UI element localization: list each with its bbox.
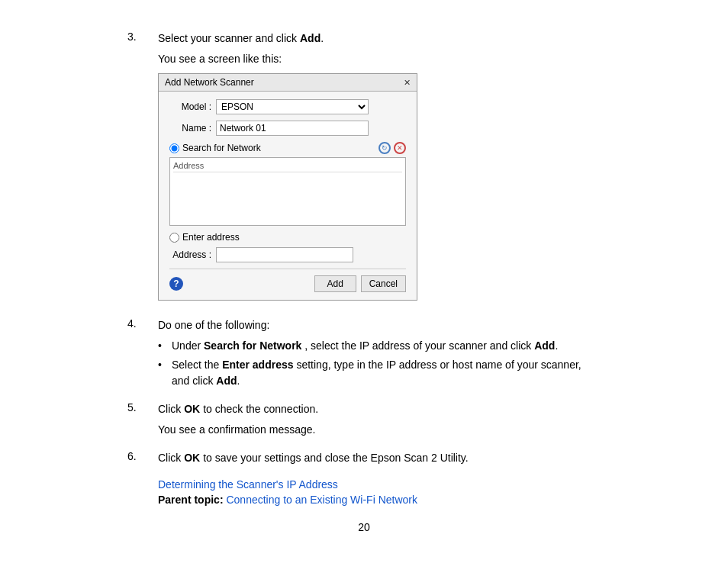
step-3-subtext: You see a screen like this: <box>158 51 601 67</box>
address-table: Address <box>169 157 406 226</box>
step-6-suffix-text: to save your settings and close the Epso… <box>203 452 469 464</box>
bullet-dot-2: • <box>158 357 169 373</box>
enter-address-radio[interactable] <box>169 233 179 243</box>
name-row: Name : <box>169 121 406 136</box>
cancel-button[interactable]: Cancel <box>361 275 406 292</box>
address-input-row: Address : <box>169 247 406 262</box>
step-6-prefix: Click <box>158 452 181 464</box>
search-network-label[interactable]: Search for Network <box>169 143 261 153</box>
step-4-content: Do one of the following: • Under Search … <box>158 317 601 394</box>
step-6-bold: OK <box>184 452 200 464</box>
step-4: 4. Do one of the following: • Under Sear… <box>127 317 601 394</box>
step-6-number: 6. <box>127 450 158 462</box>
enter-address-label[interactable]: Enter address <box>169 232 406 243</box>
bullet-2-bold2: Add <box>216 375 237 387</box>
step-5-prefix: Click <box>158 403 181 415</box>
bullet-2-prefix: Select the <box>172 359 219 371</box>
parent-topic-label: Parent topic: <box>158 494 224 506</box>
step-5-subtext: You see a confirmation message. <box>158 422 601 438</box>
bullet-dot-1: • <box>158 338 169 354</box>
name-input[interactable] <box>216 121 369 136</box>
step-5-number: 5. <box>127 401 158 413</box>
step-3-number: 3. <box>127 31 158 43</box>
bullet-2-suffix2: . <box>237 375 240 387</box>
bullet-2-text: Select the Enter address setting, type i… <box>172 357 601 389</box>
address-input[interactable] <box>216 247 353 262</box>
model-select[interactable]: EPSON <box>216 99 369 114</box>
step-5-text: Click OK to check the connection. <box>158 401 601 417</box>
step-3-intro: Select your scanner and click <box>158 32 297 44</box>
step-5-bold: OK <box>184 403 200 415</box>
dialog-footer: ? Add Cancel <box>169 269 406 292</box>
search-network-row: Search for Network ↻ ✕ <box>169 142 406 154</box>
bullet-2-bold: Enter address <box>222 359 293 371</box>
step-4-text: Do one of the following: <box>158 317 601 333</box>
step-4-number: 4. <box>127 317 158 330</box>
add-button[interactable]: Add <box>314 275 356 292</box>
links-section: Determining the Scanner's IP Address Par… <box>158 478 601 506</box>
search-network-radio[interactable] <box>169 143 179 153</box>
bullet-1: • Under Search for Network , select the … <box>158 338 601 354</box>
search-icons: ↻ ✕ <box>378 142 406 154</box>
step-6-content: Click OK to save your settings and close… <box>158 450 601 471</box>
step-5-content: Click OK to check the connection. You se… <box>158 401 601 442</box>
determining-link[interactable]: Determining the Scanner's IP Address <box>158 478 601 491</box>
dialog-title: Add Network Scanner <box>165 77 254 88</box>
refresh-icon[interactable]: ↻ <box>378 142 391 154</box>
bullet-1-suffix: , select the IP address of your scanner … <box>304 339 531 352</box>
step-5: 5. Click OK to check the connection. You… <box>127 401 601 442</box>
parent-topic-link[interactable]: Connecting to an Existing Wi-Fi Network <box>226 494 417 506</box>
dialog-body: Model : EPSON Name : <box>159 92 417 300</box>
bullet-1-prefix: Under <box>172 339 201 352</box>
footer-buttons: Add Cancel <box>314 275 406 292</box>
step-6-text: Click OK to save your settings and close… <box>158 450 601 466</box>
step-5-suffix-text: to check the connection. <box>203 403 318 415</box>
bullet-1-suffix2: . <box>555 339 558 352</box>
bullet-1-text: Under Search for Network , select the IP… <box>172 338 558 354</box>
bullet-list: • Under Search for Network , select the … <box>158 338 601 389</box>
stop-icon[interactable]: ✕ <box>394 142 406 154</box>
step-3: 3. Select your scanner and click Add. Yo… <box>127 31 601 310</box>
dialog-screenshot: Add Network Scanner ✕ Model : EPSON Name… <box>158 73 417 301</box>
parent-topic-line: Parent topic: Connecting to an Existing … <box>158 494 601 506</box>
model-row: Model : EPSON <box>169 99 406 114</box>
page-number: 20 <box>127 521 601 533</box>
name-label: Name : <box>169 123 211 134</box>
bullet-1-bold: Search for Network <box>204 339 301 352</box>
step-3-suffix: . <box>321 32 324 44</box>
address-column-header: Address <box>173 161 402 172</box>
help-icon[interactable]: ? <box>169 277 183 291</box>
step-3-text: Select your scanner and click Add. <box>158 31 601 47</box>
address-label: Address : <box>169 249 211 260</box>
dialog-titlebar: Add Network Scanner ✕ <box>159 74 417 92</box>
page-container: 3. Select your scanner and click Add. Yo… <box>97 15 631 549</box>
bullet-1-bold2: Add <box>534 339 555 352</box>
bullet-2: • Select the Enter address setting, type… <box>158 357 601 389</box>
step-3-content: Select your scanner and click Add. You s… <box>158 31 601 310</box>
model-label: Model : <box>169 101 211 112</box>
step-6: 6. Click OK to save your settings and cl… <box>127 450 601 471</box>
enter-address-section: Enter address Address : <box>169 232 406 262</box>
step-3-add-bold: Add <box>300 32 321 44</box>
search-network-text: Search for Network <box>182 143 261 153</box>
search-network-section: Search for Network ↻ ✕ Address <box>169 142 406 226</box>
enter-address-text: Enter address <box>182 232 240 243</box>
dialog-close-icon[interactable]: ✕ <box>404 78 411 88</box>
